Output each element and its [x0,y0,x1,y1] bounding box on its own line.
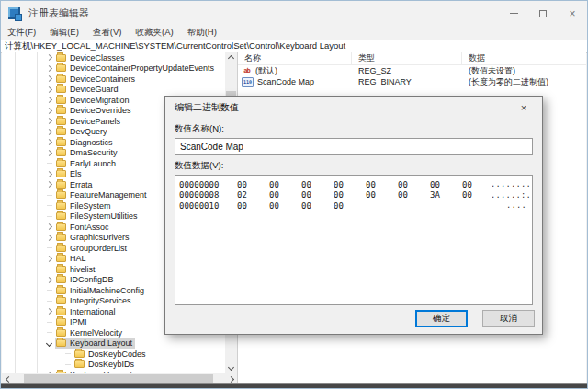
tree-item-label: International [70,307,116,316]
chevron-right-icon[interactable] [43,109,55,113]
hex-byte: 00 [266,190,298,200]
menu-item-edit[interactable]: 编辑(E) [50,27,79,39]
minimize-button[interactable] [499,1,528,26]
leaf-dash-icon [62,364,74,365]
menu-item-help[interactable]: 帮助(H) [187,27,217,39]
address-bar [1,40,587,53]
chevron-right-icon[interactable] [43,97,55,102]
tree-item-label: DosKeybCodes [88,349,146,359]
tree-item-label: KernelVelocity [70,328,122,338]
tree-item-label: FeatureManagement [70,190,147,200]
tree-item[interactable]: DeviceClasses [2,52,225,63]
column-header-type[interactable]: 类型 [352,52,462,64]
chevron-right-icon[interactable] [43,235,55,240]
app-window: 注册表编辑器 × 文件(F)编辑(E)查看(V)收藏夹(A)帮助(H) Devi… [0,0,588,389]
chevron-right-icon[interactable] [43,182,55,187]
chevron-right-icon[interactable] [43,257,55,261]
value-name: (默认) [255,65,277,77]
tree-item-label: DeviceContainerPropertyUpdateEvents [70,63,214,73]
value-data-label: 数值数据(V): [175,160,533,172]
tree-item-label: DeviceClasses [70,53,125,63]
chevron-right-icon[interactable] [43,151,55,155]
value-type: REG_BINARY [352,77,462,86]
tree-item-label: FileSystemUtilities [70,212,138,221]
ok-button[interactable]: 确定 [415,310,468,327]
hex-row[interactable]: 000000000000000000000000........ [175,179,532,190]
tree-item-label: DmaSecurity [70,148,118,157]
address-input[interactable] [1,40,587,52]
folder-icon [56,308,66,315]
chevron-right-icon[interactable] [43,87,55,92]
chevron-right-icon[interactable] [43,55,55,60]
leaf-dash-icon [43,205,55,206]
folder-icon [56,149,66,156]
chevron-right-icon[interactable] [43,76,55,81]
leaf-dash-icon [43,195,55,196]
chevron-right-icon[interactable] [43,224,55,229]
tree-item[interactable]: DosKeybIDs [2,360,225,371]
hex-row[interactable]: 0000001000000000.... [175,200,532,212]
cancel-button[interactable]: 取消 [482,310,535,327]
tree-item-label: DeviceContainers [70,74,135,84]
chevron-down-icon[interactable] [43,341,55,346]
tree-item[interactable]: DeviceGuard [2,85,225,96]
menu-item-view[interactable]: 查看(V) [93,27,122,39]
tree-item-label: IDConfigDB [70,275,114,284]
chevron-right-icon[interactable] [43,66,55,71]
value-row[interactable]: ScanCode MapREG_BINARY(长度为零的二进制值) [238,76,586,87]
leaf-dash-icon [43,269,55,269]
hex-byte: 00 [266,201,298,211]
hex-byte: 00 [298,190,330,200]
hex-ascii: ......:. [491,191,531,200]
maximize-button[interactable] [528,1,558,26]
hex-byte: 00 [394,180,426,189]
folder-icon [56,255,66,262]
tree-item[interactable]: DeviceContainers [2,74,225,85]
binary-value-icon [242,77,254,87]
tree-item-label: DevQuery [70,127,107,136]
folder-icon [56,160,66,167]
scroll-down-button[interactable] [225,363,237,373]
value-row[interactable]: (默认)REG_SZ(数值未设置) [238,65,586,76]
horizontal-scroll-thumb[interactable] [24,374,213,383]
folder-icon [56,245,66,252]
tree-item[interactable]: Keyboard Layout [2,338,225,349]
tree-item-label: InitialMachineConfig [70,286,144,295]
values-rows: (默认)REG_SZ(数值未设置)ScanCode MapREG_BINARY(… [238,65,586,87]
tree-item-label: DeviceGuard [70,85,119,94]
value-name: ScanCode Map [257,77,314,86]
folder-icon [74,350,85,358]
leaf-dash-icon [43,247,55,248]
chevron-right-icon[interactable] [43,119,55,123]
chevron-right-icon[interactable] [43,278,55,282]
menu-item-favorites[interactable]: 收藏夹(A) [135,27,173,39]
dialog-close-button[interactable]: × [505,97,542,119]
hex-byte: 00 [298,180,330,189]
tree-item-label: IntegrityServices [70,296,131,305]
title-bar: 注册表编辑器 × [1,1,587,26]
chevron-right-icon[interactable] [43,140,55,144]
folder-icon [56,212,66,220]
value-name-input[interactable] [175,138,533,155]
tree-item[interactable]: DeviceContainerPropertyUpdateEvents [2,63,225,74]
chevron-right-icon[interactable] [43,309,55,314]
scroll-up-button[interactable] [225,52,237,63]
chevron-right-icon[interactable] [43,172,55,177]
value-data: (长度为零的二进制值) [462,76,586,88]
tree-item-label: DevicePanels [70,117,120,126]
folder-icon [56,329,66,337]
folder-icon [56,339,66,347]
folder-icon [56,107,66,114]
hex-row[interactable]: 000000080200000000003A00......:. [175,190,532,201]
folder-icon [56,75,66,83]
tree-item-label: DeviceOverrides [70,106,131,115]
column-header-data[interactable]: 数据 [462,52,586,64]
menu-item-file[interactable]: 文件(F) [7,27,36,39]
tree-item-label: HAL [70,254,86,263]
close-button[interactable]: × [558,1,587,26]
chevron-right-icon[interactable] [43,130,55,134]
chevron-up-icon [228,55,234,62]
hex-editor[interactable]: 000000000000000000000000........00000008… [175,175,533,305]
column-header-name[interactable]: 名称 [238,52,352,64]
tree-item[interactable]: DosKeybCodes [2,349,225,360]
